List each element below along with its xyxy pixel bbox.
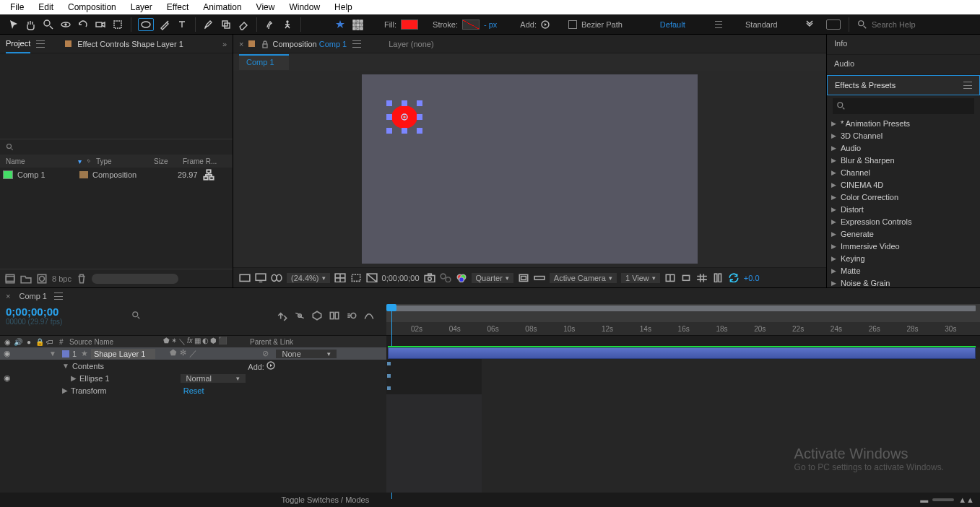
fx-item[interactable]: ▶Immersive Video [827,240,980,252]
audio-panel[interactable]: Audio [827,55,980,75]
fx-item[interactable]: ▶Distort [827,203,980,215]
graph-editor-icon[interactable] [363,310,375,321]
search-help-input[interactable] [872,20,973,29]
text-tool-icon[interactable] [175,18,188,31]
work-area-bar[interactable] [388,306,976,311]
menu-file[interactable]: File [3,1,31,14]
quality-dropdown[interactable]: Quarter ▾ [472,273,513,283]
zoom-slider[interactable] [932,498,954,501]
audio-col-icon[interactable]: 🔊 [14,338,22,346]
flowchart-icon[interactable] [202,168,215,181]
pan-behind-tool-icon[interactable] [111,18,124,31]
transparency-icon[interactable] [366,273,378,283]
always-preview-icon[interactable] [239,273,251,283]
folder-icon[interactable] [20,274,32,284]
anchor-point-icon[interactable] [401,113,408,121]
fx-item[interactable]: ▶Color Correction [827,191,980,203]
project-tab-menu-icon[interactable] [36,40,45,48]
hand-tool-icon[interactable] [25,18,38,31]
parent-dropdown[interactable]: None ▾ [276,350,336,358]
fx-search[interactable] [833,98,974,114]
layer-name[interactable]: Shape Layer 1 [91,349,156,359]
label-col-icon[interactable]: 🏷 [46,338,59,346]
property-marker[interactable] [387,374,391,378]
guides-icon[interactable] [664,273,676,283]
star-icon[interactable] [334,18,347,31]
frame-blend-icon[interactable] [329,310,340,321]
overflow-icon[interactable] [803,18,816,31]
time-ruler[interactable]: 02s04s06s 08s10s12s 14s16s18s 20s22s24s … [386,322,980,335]
workspace-menu-icon[interactable] [715,21,722,28]
playhead[interactable] [388,304,395,336]
ellipse-row[interactable]: ◉ ▶ Ellipse 1 Normal▾ [0,372,386,384]
orbit-tool-icon[interactable] [59,18,72,31]
layer-row[interactable]: ◉ ▼ 1 ★ Shape Layer 1 ⬟✻／ ⊘ None ▾ [0,347,386,360]
blend-mode-dropdown[interactable]: Normal▾ [181,374,246,383]
transform-row[interactable]: ▶ Transform Reset [0,384,386,396]
shy-icon[interactable] [294,310,305,321]
toggle-switches-label[interactable]: Toggle Switches / Modes [282,495,370,504]
selection-tool-icon[interactable] [7,18,20,31]
bpc-label[interactable]: 8 bpc [52,274,71,283]
property-marker[interactable] [387,386,391,390]
lock-col-icon[interactable]: 🔒 [35,338,44,346]
current-time-display[interactable]: 0;00;00;00 [6,306,62,318]
project-search[interactable] [0,139,233,155]
selected-shape[interactable] [388,102,421,132]
fx-menu-icon[interactable] [963,82,972,89]
timeline-tracks[interactable] [386,347,980,493]
roto-tool-icon[interactable] [264,18,277,31]
zoom-in-icon[interactable]: ▲▲ [958,495,974,504]
panel-toggle-icon[interactable] [826,20,841,30]
tag-icon[interactable] [84,155,93,168]
zoom-dropdown[interactable]: (24.4%) ▾ [287,273,330,283]
project-item[interactable]: Comp 1 Composition 29.97 [0,168,233,182]
timeline-icon[interactable] [534,273,545,283]
eraser-tool-icon[interactable] [237,18,250,31]
channel-icon[interactable] [456,273,467,283]
roi-icon[interactable] [350,273,362,283]
camera-tool-icon[interactable] [94,18,107,31]
ellipse-tool-icon[interactable] [138,18,154,31]
search-help[interactable] [857,20,973,30]
menu-help[interactable]: Help [327,1,360,14]
refresh-icon[interactable] [728,273,740,283]
fx-item[interactable]: ▶Keying [827,252,980,264]
fx-item[interactable]: ▶Expression Controls [827,215,980,228]
col-name[interactable]: Name [3,157,75,165]
exposure-value[interactable]: +0.0 [744,274,760,282]
video-col-icon[interactable]: ◉ [3,338,12,346]
layer-label-color[interactable] [62,350,69,358]
monitor-icon[interactable] [255,273,266,283]
stroke-swatch[interactable] [462,20,480,30]
fx-item[interactable]: ▶Noise & Grain [827,277,980,287]
comp-mini-icon[interactable] [277,310,288,321]
clone-tool-icon[interactable] [220,18,233,31]
menu-composition[interactable]: Composition [61,1,123,14]
fx-item[interactable]: ▶Matte [827,264,980,277]
rotation-tool-icon[interactable] [77,18,90,31]
mask-icon[interactable] [680,273,692,283]
effects-presets-panel[interactable]: Effects & Presets [827,75,980,95]
new-comp-icon[interactable] [36,274,48,284]
pen-tool-icon[interactable] [158,18,171,31]
pixel-aspect-icon[interactable] [712,273,724,283]
stroke-px[interactable]: - px [484,20,497,29]
vr-icon[interactable] [271,273,282,283]
layout-label[interactable]: Standard [745,20,778,29]
current-time[interactable]: 0;00;00;00 [382,274,420,282]
panel-overflow-icon[interactable]: » [222,40,227,48]
menu-edit[interactable]: Edit [31,1,61,14]
fx-item[interactable]: ▶Channel [827,166,980,178]
resolution-icon[interactable] [334,273,346,283]
layer-none-tab[interactable]: Layer (none) [389,40,433,48]
info-panel[interactable]: Info [827,35,980,55]
menu-layer[interactable]: Layer [123,1,160,14]
timeline-search[interactable] [126,308,213,324]
bezier-checkbox[interactable] [568,20,577,29]
reset-link[interactable]: Reset [183,386,204,395]
col-frame[interactable]: Frame R... [180,157,220,165]
trash-icon[interactable] [76,274,87,284]
timeline-menu-icon[interactable] [54,292,63,300]
snapping-icon[interactable] [351,18,364,31]
